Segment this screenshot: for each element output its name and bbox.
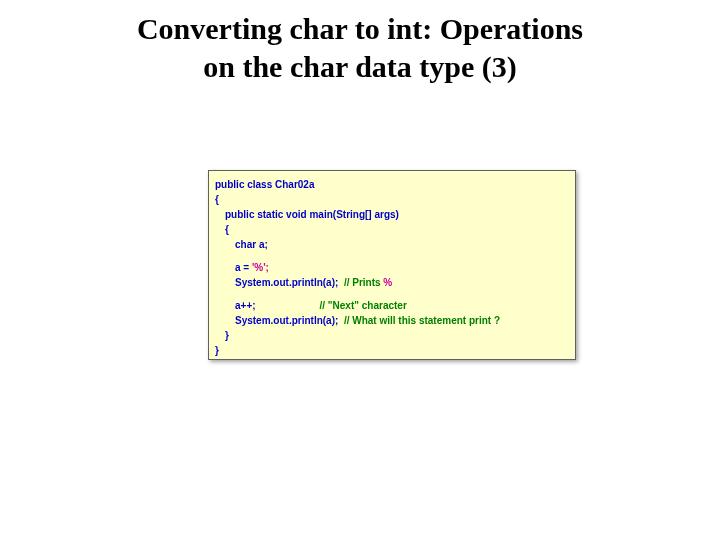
code-line: public static void main(String[] args) [215, 207, 569, 222]
code-line: a++; // "Next" character [215, 298, 569, 313]
code-line: } [215, 343, 569, 358]
code-line: char a; [215, 237, 569, 252]
code-line: } [215, 328, 569, 343]
code-line: a = '%'; [215, 260, 569, 275]
slide-title: Converting char to int: Operations on th… [0, 0, 720, 85]
code-line: public class Char02a [215, 177, 569, 192]
code-line: { [215, 192, 569, 207]
code-block: public class Char02a { public static voi… [208, 170, 576, 360]
blank-line [215, 290, 569, 298]
code-line: System.out.println(a); // Prints % [215, 275, 569, 290]
code-line: System.out.println(a); // What will this… [215, 313, 569, 328]
code-line: { [215, 222, 569, 237]
title-line-1: Converting char to int: Operations [137, 12, 583, 45]
slide: Converting char to int: Operations on th… [0, 0, 720, 540]
title-line-2: on the char data type (3) [203, 50, 517, 83]
blank-line [215, 252, 569, 260]
